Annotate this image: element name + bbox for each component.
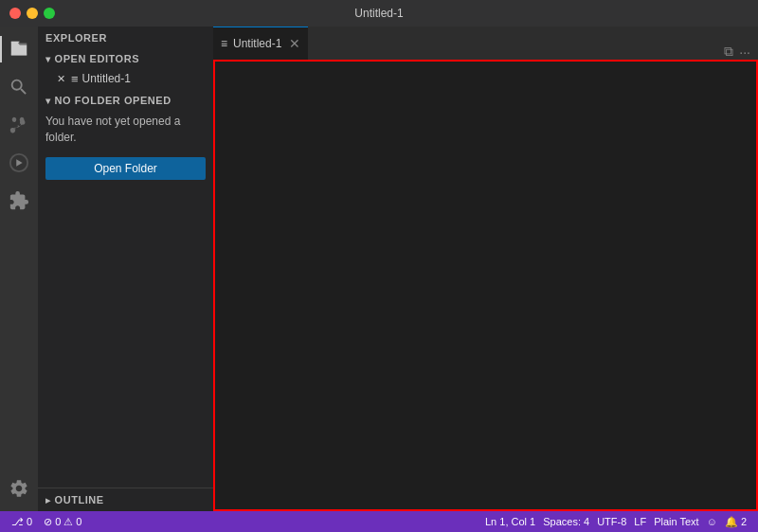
split-editor-icon[interactable]: ⧉ [724,44,733,60]
outline-header[interactable]: ▸ OUTLINE [38,488,213,511]
git-branch-status[interactable]: ⎇ 0 [8,511,36,532]
explorer-label: EXPLORER [45,32,107,44]
language-mode-status[interactable]: Plain Text [650,511,703,532]
smiley-status[interactable]: ☺ [703,511,721,532]
line-ending-text: LF [634,516,646,527]
source-control-icon [9,115,29,135]
no-folder-chevron: ▾ [45,96,51,106]
editor-content[interactable] [213,60,758,511]
sidebar-item-extensions[interactable] [0,182,38,220]
line-ending-status[interactable]: LF [630,511,650,532]
git-branch-text: 0 [27,516,32,527]
no-folder-label: NO FOLDER OPENED [55,95,171,106]
file-icon: ≡ [71,72,79,86]
explorer-header[interactable]: EXPLORER [38,27,213,47]
status-bar: ⎇ 0 ⊘ 0 ⚠ 0 Ln 1, Col 1 Spaces: 4 UTF-8 … [0,511,758,532]
sidebar-item-source-control[interactable] [0,106,38,144]
title-bar: Untitled-1 [0,0,758,27]
run-icon [9,152,29,173]
notifications-status[interactable]: 🔔 2 [721,511,750,532]
notification-count: 2 [741,516,747,527]
tab-close-icon[interactable]: ✕ [289,36,300,51]
tab-actions: ⧉ ··· [716,44,758,60]
activity-bar [0,27,38,511]
bell-icon: 🔔 [725,516,738,528]
minimize-button[interactable] [27,8,38,19]
encoding-status[interactable]: UTF-8 [593,511,630,532]
no-folder-message: You have not yet opened a folder. [38,110,213,153]
tab-label: Untitled-1 [233,37,281,50]
maximize-button[interactable] [44,8,55,19]
open-editors-chevron: ▾ [45,54,51,64]
error-count: 0 [55,516,61,527]
files-icon [9,39,29,60]
status-bar-left: ⎇ 0 ⊘ 0 ⚠ 0 [8,511,85,532]
encoding-text: UTF-8 [597,516,626,527]
line-col-status[interactable]: Ln 1, Col 1 [481,511,539,532]
spaces-status[interactable]: Spaces: 4 [539,511,593,532]
search-icon [9,77,29,98]
traffic-lights [9,8,55,19]
sidebar-item-search[interactable] [0,68,38,106]
warning-count: 0 [76,516,81,527]
editor-area: ≡ Untitled-1 ✕ ⧉ ··· [213,27,758,511]
error-icon: ⊘ [44,516,52,528]
open-editor-label: Untitled-1 [82,72,131,85]
sidebar-item-run[interactable] [0,144,38,182]
git-branch-icon: ⎇ [11,516,24,528]
sidebar-bottom: ▸ OUTLINE [38,488,213,511]
tab-file-icon: ≡ [221,37,227,50]
no-folder-header[interactable]: ▾ NO FOLDER OPENED [38,89,213,110]
status-bar-right: Ln 1, Col 1 Spaces: 4 UTF-8 LF Plain Tex… [481,511,750,532]
open-folder-button[interactable]: Open Folder [45,157,206,180]
tab-untitled-1[interactable]: ≡ Untitled-1 ✕ [213,27,308,60]
close-button[interactable] [9,8,21,19]
line-col-text: Ln 1, Col 1 [485,516,535,527]
more-actions-icon[interactable]: ··· [739,44,750,60]
language-mode-text: Plain Text [654,516,699,527]
open-editors-header[interactable]: ▾ OPEN EDITORS [38,47,213,68]
main-container: EXPLORER ▾ OPEN EDITORS ✕ ≡ Untitled-1 ▾… [0,27,758,511]
window-title: Untitled-1 [354,7,403,20]
outline-chevron: ▸ [45,495,51,505]
spaces-text: Spaces: 4 [543,516,589,527]
open-editor-item[interactable]: ✕ ≡ Untitled-1 [38,68,213,89]
smiley-icon: ☺ [707,516,717,527]
outline-label: OUTLINE [55,494,104,505]
editor-close-icon[interactable]: ✕ [57,73,65,85]
tab-bar: ≡ Untitled-1 ✕ ⧉ ··· [213,27,758,60]
gear-icon [9,478,29,499]
settings-button[interactable] [0,470,38,507]
sidebar: EXPLORER ▾ OPEN EDITORS ✕ ≡ Untitled-1 ▾… [38,27,213,511]
warning-icon: ⚠ [63,516,73,528]
errors-status[interactable]: ⊘ 0 ⚠ 0 [40,511,85,532]
extensions-icon [9,190,29,211]
sidebar-item-explorer[interactable] [0,30,38,68]
open-editors-label: OPEN EDITORS [55,53,140,64]
